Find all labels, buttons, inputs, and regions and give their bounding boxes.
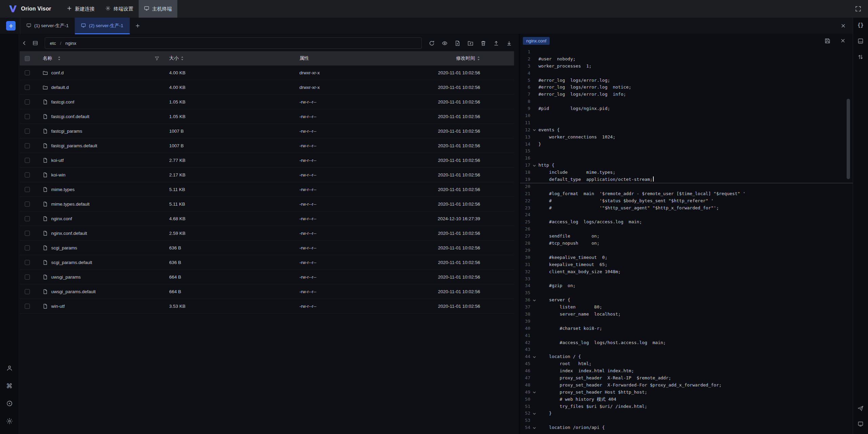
code-editor[interactable]: 12#user nobody;3worker_processes 1;45#er… (520, 47, 853, 434)
file-name[interactable]: fastcgi.conf.default (51, 114, 90, 119)
row-checkbox[interactable] (25, 202, 30, 207)
file-row[interactable]: default.d4.00 KBdrwxr-xr-x2020-11-01 10:… (20, 80, 514, 95)
column-header-mtime[interactable]: 修改时间 (426, 55, 514, 61)
code-line[interactable]: 20 (520, 183, 853, 190)
menu-item-terminal-settings[interactable]: 终端设置 (100, 0, 139, 18)
open-file-tag[interactable]: nginx.conf (523, 37, 550, 45)
new-file-icon[interactable] (452, 38, 462, 48)
code-line[interactable]: 43 (520, 346, 853, 353)
filter-icon[interactable] (155, 56, 159, 61)
fullscreen-icon[interactable] (853, 4, 863, 14)
breadcrumb-segment[interactable]: etc (50, 41, 56, 46)
settings-gear-icon[interactable] (5, 416, 14, 426)
row-checkbox[interactable] (25, 70, 30, 75)
file-row[interactable]: nginx.conf4.68 KB-rw-r--r--2024-12-10 16… (20, 211, 514, 226)
code-line[interactable]: 53 (520, 417, 853, 424)
code-line[interactable]: 15 (520, 148, 853, 155)
row-checkbox[interactable] (25, 231, 30, 236)
tab-server-1[interactable]: (1) server-生产-1 (20, 18, 75, 34)
code-line[interactable]: 52 } (520, 410, 853, 417)
code-line[interactable]: 16 (520, 155, 853, 162)
fold-chevron-icon[interactable] (530, 297, 538, 304)
code-line[interactable]: 23 # '"$http_user_agent" "$http_x_forwar… (520, 205, 853, 212)
code-line[interactable]: 38 server_name localhost; (520, 311, 853, 318)
code-line[interactable]: 22 # '$status $body_bytes_sent "$http_re… (520, 197, 853, 205)
code-line[interactable]: 2#user nobody; (520, 56, 853, 63)
code-line[interactable]: 31 keepalive_timeout 65; (520, 261, 853, 268)
file-row[interactable]: fastcgi.conf.default1.05 KB-rw-r--r--202… (20, 109, 514, 124)
code-line[interactable]: 41 (520, 332, 853, 339)
row-checkbox[interactable] (25, 85, 30, 90)
code-line[interactable]: 6#error_log logs/error.log notice; (520, 84, 853, 91)
code-line[interactable]: 14} (520, 141, 853, 148)
column-header-name[interactable]: 名称 (35, 55, 163, 61)
code-line[interactable]: 39 (520, 318, 853, 325)
file-name[interactable]: fastcgi_params.default (51, 143, 97, 148)
sort-icon[interactable] (58, 56, 61, 61)
upload-icon[interactable] (491, 38, 501, 48)
code-line[interactable]: 49 proxy_set_header Host $http_host; (520, 389, 853, 396)
file-name[interactable]: uwsgi_params.default (51, 289, 96, 294)
code-line[interactable]: 18 include mime.types; (520, 169, 853, 176)
menu-item-host-terminal[interactable]: 主机终端 (139, 0, 177, 18)
refresh-icon[interactable] (427, 38, 437, 48)
code-line[interactable]: 3worker_processes 1; (520, 63, 853, 70)
code-line[interactable]: 1 (520, 49, 853, 56)
file-row[interactable]: scgi_params.default636 B-rw-r--r--2020-1… (20, 255, 514, 270)
send-command-icon[interactable] (856, 403, 865, 413)
file-name[interactable]: fastcgi_params (51, 129, 82, 134)
delete-trash-icon[interactable] (478, 38, 488, 48)
file-row[interactable]: conf.d4.00 KBdrwxr-xr-x2020-11-01 10:02:… (20, 65, 514, 80)
file-row[interactable]: mime.types5.11 KB-rw-r--r--2020-11-01 10… (20, 182, 514, 197)
file-row[interactable]: win-utf3.53 KB-rw-r--r--2020-11-01 10:02… (20, 299, 514, 314)
code-line[interactable]: 11 (520, 119, 853, 127)
code-line[interactable]: 29 (520, 247, 853, 254)
row-checkbox[interactable] (25, 187, 30, 192)
code-line[interactable]: 54 location /orion/api { (520, 424, 853, 431)
code-line[interactable]: 42 #access_log logs/host.access.log main… (520, 339, 853, 346)
screen-icon[interactable] (856, 419, 865, 429)
show-hidden-eye-icon[interactable] (439, 38, 450, 48)
row-checkbox[interactable] (25, 275, 30, 280)
keyboard-shortcut-icon[interactable]: ⌘ (5, 381, 14, 391)
code-line[interactable]: 36 server { (520, 297, 853, 304)
download-icon[interactable] (504, 38, 514, 48)
fold-chevron-icon[interactable] (530, 127, 538, 134)
fold-chevron-icon[interactable] (530, 353, 538, 360)
file-name[interactable]: win-utf (51, 304, 65, 309)
editor-scrollbar[interactable] (847, 99, 850, 179)
code-line[interactable]: 32 client_max_body_size 1048m; (520, 268, 853, 276)
file-row[interactable]: uwsgi_params664 B-rw-r--r--2020-11-01 10… (20, 270, 514, 284)
code-line[interactable]: 33 (520, 276, 853, 283)
fold-chevron-icon[interactable] (530, 424, 538, 431)
row-checkbox[interactable] (25, 143, 30, 148)
code-line[interactable]: 8 (520, 98, 853, 105)
row-checkbox[interactable] (25, 245, 30, 250)
code-line[interactable]: 44 location / { (520, 353, 853, 360)
file-name[interactable]: nginx.conf (51, 216, 72, 221)
code-line[interactable]: 50 # web history 模式 404 (520, 396, 853, 403)
new-folder-icon[interactable] (465, 38, 475, 48)
code-line[interactable]: 5#error_log logs/error.log; (520, 77, 853, 84)
directory-list-icon[interactable] (31, 38, 40, 48)
code-line[interactable]: 35 (520, 289, 853, 297)
code-line[interactable]: 45 root html; (520, 360, 853, 367)
file-name[interactable]: fastcgi.conf (51, 99, 74, 105)
code-line[interactable]: 51 try_files $uri $uri/ /index.html; (520, 403, 853, 410)
code-snippets-icon[interactable]: {} (856, 20, 865, 30)
editor-panel-icon[interactable] (856, 36, 865, 46)
file-name[interactable]: koi-win (51, 172, 65, 177)
add-tab-button[interactable] (133, 21, 143, 31)
save-icon[interactable] (824, 37, 831, 44)
code-line[interactable]: 21 #log_format main '$remote_addr - $rem… (520, 190, 853, 197)
theme-icon[interactable] (5, 399, 14, 408)
row-checkbox[interactable] (25, 260, 30, 265)
code-line[interactable]: 12events { (520, 127, 853, 134)
close-panel-icon[interactable] (838, 21, 848, 31)
transfer-list-icon[interactable] (856, 52, 865, 62)
tab-server-2[interactable]: (2) server-生产-1 (75, 18, 130, 34)
file-row[interactable]: mime.types.default5.11 KB-rw-r--r--2020-… (20, 197, 514, 211)
file-row[interactable]: fastcgi_params.default1007 B-rw-r--r--20… (20, 138, 514, 153)
file-name[interactable]: scgi_params.default (51, 260, 92, 265)
fold-chevron-icon[interactable] (530, 162, 538, 169)
